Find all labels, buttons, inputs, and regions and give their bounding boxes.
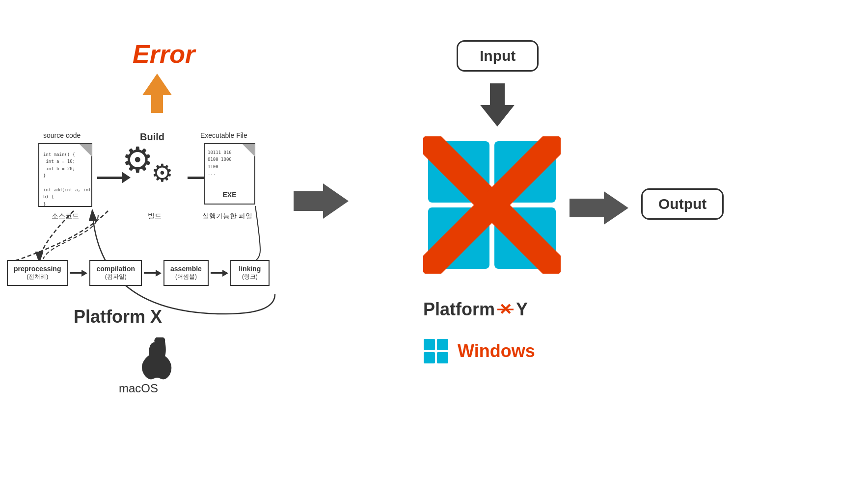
input-box: Input: [457, 40, 539, 72]
source-code-label: source code: [43, 131, 81, 139]
exe-label: Executable File: [200, 131, 247, 139]
proc-assemble-sub: (어셈블): [170, 273, 202, 281]
platform-y-text-y: Y: [516, 299, 528, 320]
error-label: Error: [133, 39, 195, 69]
windows-logo-container: [423, 136, 561, 274]
left-panel: Error source code int main() { int a = 1…: [0, 0, 412, 488]
proc-assemble: assemble (어셈블): [163, 260, 209, 286]
source-file-icon: int main() { int a = 10; int b = 20; } i…: [38, 143, 92, 207]
svg-rect-15: [437, 352, 448, 363]
gear-icon-large: ⚙: [122, 142, 154, 178]
proc-arrow-1: [70, 270, 87, 277]
down-arrow: [480, 83, 515, 128]
proc-linking: linking (링크): [230, 260, 270, 286]
platform-y-label: Platform ✕ Y: [423, 299, 528, 320]
right-panel: Input Output Platform ✕: [412, 0, 868, 488]
windows-small-icon: [423, 338, 449, 364]
proc-preprocessing-sub: (전처리): [14, 273, 61, 281]
proc-compilation-main: compilation: [96, 265, 135, 273]
source-caption: 소스코드: [52, 212, 79, 221]
apple-icon: [137, 337, 177, 388]
proc-compilation: compilation (컴파일): [89, 260, 142, 286]
proc-assemble-main: assemble: [170, 265, 202, 273]
proc-linking-sub: (링크): [237, 273, 263, 281]
exe-caption: 실행가능한 파일: [202, 212, 252, 221]
proc-arrow-3: [211, 270, 228, 277]
proc-preprocessing: preprocessing (전처리): [7, 260, 68, 286]
exe-file-icon: 10111 0100100 10001100... EXE: [204, 143, 255, 205]
svg-marker-0: [142, 74, 172, 113]
error-arrow-up: [142, 74, 172, 115]
svg-rect-13: [437, 339, 448, 350]
platform-y-not: ✕: [499, 300, 512, 319]
processing-row: preprocessing (전처리) compilation (컴파일) as…: [7, 260, 270, 286]
proc-linking-main: linking: [237, 265, 263, 273]
svg-rect-12: [424, 339, 435, 350]
proc-compilation-sub: (컴파일): [96, 273, 135, 281]
svg-marker-5: [480, 83, 515, 127]
output-box: Output: [641, 188, 724, 220]
platform-y-text-platform: Platform: [423, 299, 495, 320]
proc-arrow-2: [144, 270, 162, 277]
gear-icon-small: ⚙: [151, 161, 173, 185]
big-arrow-left-right: [294, 183, 349, 219]
build-caption: 빌드: [148, 212, 162, 221]
svg-rect-14: [424, 352, 435, 363]
windows-text: Windows: [458, 341, 535, 361]
proc-preprocessing-main: preprocessing: [14, 265, 61, 273]
platform-x-label: Platform X: [74, 307, 162, 327]
windows-row: Windows: [423, 338, 535, 364]
right-arrow-to-output: [570, 191, 628, 225]
macos-label: macOS: [119, 382, 158, 395]
